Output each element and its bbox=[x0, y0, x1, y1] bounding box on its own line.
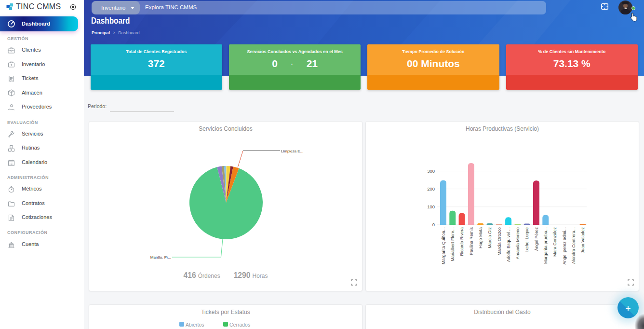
svg-text:Juan Valadez: Juan Valadez bbox=[580, 227, 585, 253]
svg-text:Mara González: Mara González bbox=[552, 227, 557, 257]
svg-text:Mantto. Pr...: Mantto. Pr... bbox=[150, 255, 171, 260]
svg-text:Ángel Pérez: Ángel Pérez bbox=[534, 227, 539, 251]
svg-text:Marialbert Flore...: Marialbert Flore... bbox=[450, 227, 455, 261]
svg-text:Hugo Mota: Hugo Mota bbox=[478, 227, 483, 248]
svg-text:Angel perez admi...: Angel perez admi... bbox=[562, 227, 567, 265]
svg-text:Margarita prueba...: Margarita prueba... bbox=[543, 227, 548, 264]
svg-text:100: 100 bbox=[427, 204, 435, 209]
svg-text:Amanda Moreno: Amanda Moreno bbox=[515, 227, 520, 260]
svg-text:Paulina Remis: Paulina Remis bbox=[469, 227, 474, 256]
svg-text:Margarita Quiñon...: Margarita Quiñon... bbox=[441, 227, 446, 264]
svg-text:Ixchel Luque: Ixchel Luque bbox=[524, 227, 529, 252]
svg-text:Limpieza E...: Limpieza E... bbox=[281, 149, 303, 153]
svg-text:Marcia Gtz: Marcia Gtz bbox=[487, 227, 492, 248]
svg-text:Ricardo Rivera: Ricardo Rivera bbox=[459, 227, 464, 256]
svg-text:200: 200 bbox=[427, 186, 435, 192]
svg-text:Adolfo Esquivel ...: Adolfo Esquivel ... bbox=[506, 227, 511, 262]
svg-text:0: 0 bbox=[432, 222, 435, 227]
svg-text:300: 300 bbox=[427, 168, 435, 174]
svg-text:Marcia Orozco: Marcia Orozco bbox=[497, 227, 502, 256]
svg-text:Alondra Contrera...: Alondra Contrera... bbox=[571, 227, 576, 264]
